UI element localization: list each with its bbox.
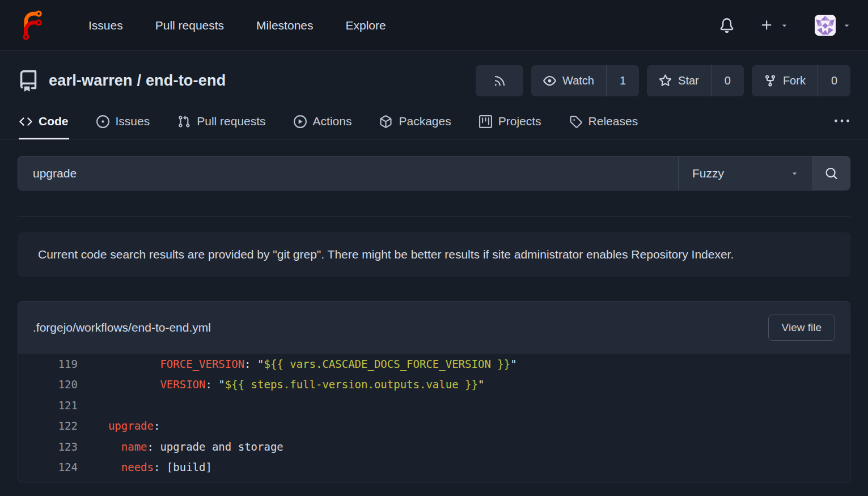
code-token: upgrade and storage	[160, 440, 283, 453]
code-icon	[19, 115, 32, 128]
code-token	[95, 419, 108, 432]
tab-actions-label: Actions	[313, 115, 352, 128]
watch-count[interactable]: 1	[606, 65, 639, 96]
fork-count[interactable]: 0	[818, 65, 850, 96]
code-token: :	[154, 419, 160, 432]
repo-header: earl-warren / end-to-end Watch 1	[0, 51, 868, 96]
line-number[interactable]: 123	[18, 436, 78, 457]
star-icon	[659, 74, 672, 87]
code-token: ${{ steps.full-version.outputs.value }}	[225, 378, 478, 391]
file-result-header: .forgejo/workflows/end-to-end.yml View f…	[18, 302, 850, 354]
tab-projects-label: Projects	[498, 115, 541, 128]
nav-links: Issues Pull requests Milestones Explore	[88, 19, 386, 32]
tab-code[interactable]: Code	[19, 104, 69, 139]
bell-icon[interactable]	[719, 18, 734, 33]
tab-projects[interactable]: Projects	[479, 104, 542, 139]
code-token: "	[478, 378, 484, 391]
line-content: FORCE_VERSION: "${{ vars.CASCADE_DOCS_FO…	[78, 354, 517, 374]
repo-book-icon	[18, 70, 39, 92]
line-number[interactable]: 119	[18, 354, 78, 374]
tab-actions[interactable]: Actions	[293, 104, 353, 139]
tab-pull-requests[interactable]: Pull requests	[177, 104, 266, 139]
code-token: upgrade	[108, 419, 154, 432]
code-token: :	[244, 358, 257, 370]
tabs-overflow-menu[interactable]	[835, 104, 849, 139]
nav-item-explore[interactable]: Explore	[346, 19, 386, 32]
file-path[interactable]: .forgejo/workflows/end-to-end.yml	[33, 321, 211, 334]
view-file-button[interactable]: View file	[768, 315, 835, 341]
line-number[interactable]: 124	[18, 457, 78, 477]
watch-button-label: Watch	[531, 65, 606, 96]
search-mode-value: Fuzzy	[692, 167, 724, 180]
code-token: :	[154, 461, 167, 473]
forgejo-code-search-page: Issues Pull requests Milestones Explore	[0, 0, 868, 496]
code-token: :	[205, 378, 218, 391]
code-token: VERSION	[160, 378, 205, 391]
fork-button[interactable]: Fork 0	[752, 65, 850, 96]
code-token: "	[510, 358, 516, 370]
code-token: name	[121, 440, 147, 453]
code-token: needs	[121, 461, 154, 473]
code-token: [build]	[167, 461, 212, 473]
tab-packages[interactable]: Packages	[379, 104, 451, 139]
code-token	[95, 378, 160, 391]
search-backend-notice: Current code search results are provided…	[18, 232, 850, 277]
rss-button[interactable]	[476, 65, 523, 96]
chevron-down-icon	[780, 21, 789, 29]
nav-item-issues[interactable]: Issues	[88, 19, 123, 32]
issue-opened-icon	[96, 115, 109, 128]
line-content: needs: [build]	[78, 457, 212, 477]
star-button[interactable]: Star 0	[647, 65, 744, 96]
search-icon	[825, 167, 838, 180]
code-token	[95, 461, 121, 473]
code-token: "	[218, 378, 225, 391]
code-line: 122 upgrade:	[18, 416, 850, 436]
tab-pull-requests-label: Pull requests	[197, 115, 265, 128]
chevron-down-icon	[842, 21, 851, 29]
line-number[interactable]: 120	[18, 374, 78, 395]
code-token: ${{ vars.CASCADE_DOCS_FORCE_VERSION }}	[264, 358, 510, 370]
line-number[interactable]: 122	[18, 416, 78, 436]
forgejo-logo-icon[interactable]	[17, 10, 48, 41]
fork-button-label: Fork	[752, 65, 818, 96]
nav-item-pull-requests[interactable]: Pull requests	[155, 19, 224, 32]
line-content: VERSION: "${{ steps.full-version.outputs…	[78, 374, 484, 395]
tab-releases-label: Releases	[588, 115, 638, 128]
code-token: "	[257, 358, 264, 370]
nav-item-milestones[interactable]: Milestones	[256, 19, 313, 32]
repo-tabs: Code Issues Pull requests Actions Packag…	[0, 104, 868, 139]
search-input[interactable]	[18, 156, 678, 190]
git-pull-request-icon	[177, 115, 190, 128]
tab-issues[interactable]: Issues	[96, 104, 151, 139]
search-result-file: .forgejo/workflows/end-to-end.yml View f…	[18, 301, 850, 482]
create-new-dropdown[interactable]	[760, 19, 789, 32]
code-token: :	[147, 440, 160, 453]
kebab-horizontal-icon	[835, 114, 849, 129]
user-menu[interactable]	[815, 15, 851, 36]
star-button-label: Star	[647, 65, 711, 96]
watch-button[interactable]: Watch 1	[531, 65, 639, 96]
notice-text: Current code search results are provided…	[38, 248, 734, 261]
star-label: Star	[678, 74, 699, 87]
code-line: 120 VERSION: "${{ steps.full-version.out…	[18, 374, 850, 395]
fork-icon	[764, 74, 777, 87]
tab-releases[interactable]: Releases	[569, 104, 639, 139]
nav-right-controls	[719, 15, 851, 36]
project-board-icon	[479, 115, 492, 128]
line-content: upgrade:	[78, 416, 160, 436]
line-number[interactable]: 121	[18, 395, 78, 416]
search-button[interactable]	[812, 156, 850, 190]
section-divider	[18, 217, 850, 217]
code-token: FORCE_VERSION	[160, 358, 244, 370]
search-mode-select[interactable]: Fuzzy	[678, 156, 812, 190]
watch-label: Watch	[562, 74, 594, 87]
package-icon	[379, 115, 392, 128]
line-content	[78, 395, 95, 416]
avatar	[815, 15, 836, 36]
repo-title[interactable]: earl-warren / end-to-end	[49, 72, 226, 90]
code-line: 121	[18, 395, 850, 416]
star-count[interactable]: 0	[711, 65, 744, 96]
line-content: name: upgrade and storage	[78, 436, 283, 457]
chevron-down-icon	[790, 169, 799, 177]
tag-icon	[569, 115, 582, 128]
